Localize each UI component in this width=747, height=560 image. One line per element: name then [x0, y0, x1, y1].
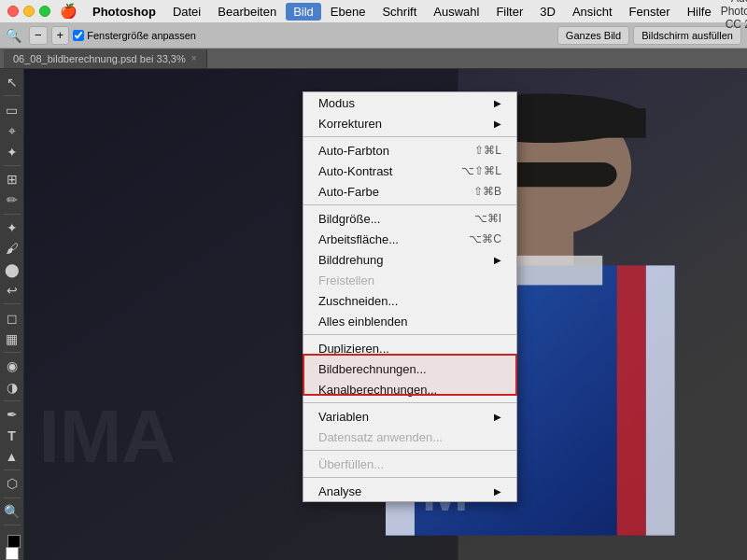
autokontrast-shortcut: ⌥⇧⌘L: [461, 164, 501, 177]
menu-item-autokontrast[interactable]: Auto-Kontrast ⌥⇧⌘L: [303, 161, 516, 181]
fit-window-checkbox[interactable]: [73, 30, 84, 41]
menu-item-bilddrehung[interactable]: Bilddrehung ▶: [303, 249, 516, 270]
menu-item-autofarbe-label: Auto-Farbe: [318, 185, 379, 199]
svg-text:IMA: IMA: [38, 395, 176, 478]
menu-item-variablen[interactable]: Variablen ▶: [303, 406, 516, 427]
bilddrehung-arrow-icon: ▶: [494, 255, 501, 265]
tool-eyedropper[interactable]: ✏: [2, 190, 22, 209]
bildgroesse-shortcut: ⌥⌘I: [474, 212, 501, 225]
menubar-3d[interactable]: 3D: [532, 3, 563, 21]
menu-item-datensatz[interactable]: Datensatz anwenden...: [303, 427, 516, 447]
tool-dodge[interactable]: ◑: [2, 378, 22, 397]
tool-crop[interactable]: ⊞: [2, 170, 22, 189]
menu-item-datensatz-label: Datensatz anwenden...: [318, 430, 443, 444]
zoom-out-button[interactable]: −: [29, 26, 48, 45]
tool-move[interactable]: ↖: [2, 73, 22, 91]
tool-text[interactable]: T: [2, 426, 22, 444]
korrekturen-arrow-icon: ▶: [494, 119, 501, 129]
document-tab[interactable]: 06_08_bildberechnung.psd bei 33,3% ×: [4, 49, 207, 68]
menubar-datei[interactable]: Datei: [165, 3, 208, 21]
menu-item-korrekturen-label: Korrekturen: [318, 117, 382, 131]
tool-divider-6: [4, 400, 21, 401]
svg-rect-9: [646, 265, 675, 535]
tool-marquee[interactable]: ▭: [2, 100, 22, 119]
menubar-fenster[interactable]: Fenster: [622, 3, 678, 21]
tool-3d[interactable]: ⬡: [2, 474, 22, 493]
separator-5: [303, 450, 516, 451]
menu-item-autofarbton[interactable]: Auto-Farbton ⇧⌘L: [303, 140, 516, 161]
apple-menu[interactable]: 🍎: [60, 3, 78, 20]
menu-item-kanalberechnungen-label: Kanalberechnungen...: [318, 383, 437, 397]
autofarbe-shortcut: ⇧⌘B: [473, 185, 501, 198]
menu-item-arbeitsflaeche[interactable]: Arbeitsfläche... ⌥⌘C: [303, 229, 516, 249]
menu-item-kanalberechnungen[interactable]: Kanalberechnungen...: [303, 379, 516, 399]
tool-divider-5: [4, 352, 21, 353]
variablen-arrow-icon: ▶: [494, 412, 501, 422]
menu-item-zuschneiden-label: Zuschneiden...: [318, 294, 398, 308]
menubar-ansicht[interactable]: Ansicht: [565, 3, 620, 21]
menubar-auswahl[interactable]: Auswahl: [426, 3, 486, 21]
menu-item-arbeitsflaeche-label: Arbeitsfläche...: [318, 232, 399, 246]
menu-item-zuschneiden[interactable]: Zuschneiden...: [303, 290, 516, 311]
menu-item-duplizieren-label: Duplizieren...: [318, 342, 389, 356]
arbeitsflaeche-shortcut: ⌥⌘C: [469, 232, 501, 245]
menu-item-modus[interactable]: Modus ▶: [303, 92, 516, 113]
foreground-color[interactable]: [7, 535, 21, 548]
tab-close-icon[interactable]: ×: [191, 53, 197, 63]
tool-blur[interactable]: ◉: [2, 357, 22, 375]
color-swatches: [6, 533, 19, 560]
minimize-button[interactable]: [23, 6, 35, 17]
app-title: Adobe Photoshop CC 2014: [721, 0, 747, 31]
zoom-in-button[interactable]: +: [51, 26, 70, 45]
separator-6: [303, 477, 516, 478]
svg-rect-10: [617, 265, 646, 535]
toolbar: 🔍 − + Fenstergröße anpassen Ganzes Bild …: [0, 22, 747, 49]
background-color[interactable]: [6, 547, 19, 560]
tool-gradient[interactable]: ▦: [2, 329, 22, 348]
menu-item-autofarbe[interactable]: Auto-Farbe ⇧⌘B: [303, 181, 516, 202]
tool-divider-7: [4, 469, 21, 470]
tool-shape[interactable]: ▲: [2, 447, 22, 466]
menu-item-variablen-label: Variablen: [318, 410, 369, 424]
tool-wand[interactable]: ✦: [2, 142, 22, 161]
menu-item-freistellen-label: Freistellen: [318, 273, 374, 287]
tool-divider-2: [4, 165, 21, 166]
close-button[interactable]: [7, 6, 19, 17]
menubar-ebene[interactable]: Ebene: [323, 3, 374, 21]
separator-4: [303, 402, 516, 403]
menu-item-bildgroesse[interactable]: Bildgröße... ⌥⌘I: [303, 208, 516, 229]
menubar-bild[interactable]: Bild: [286, 3, 321, 21]
separator-1: [303, 136, 516, 137]
tool-pen[interactable]: ✒: [2, 405, 22, 424]
traffic-lights: [7, 6, 50, 17]
menu-item-ueberfuellen[interactable]: Überfüllen...: [303, 454, 516, 474]
menu-item-autokontrast-label: Auto-Kontrast: [318, 164, 393, 178]
menu-item-alleseinblenden[interactable]: Alles einblenden: [303, 311, 516, 331]
tool-stamp[interactable]: ⬤: [2, 259, 22, 278]
fit-window-label: Fenstergröße anpassen: [87, 30, 196, 41]
tool-eraser[interactable]: ◻: [2, 308, 22, 327]
maximize-button[interactable]: [39, 6, 50, 17]
whole-image-button[interactable]: Ganzes Bild: [557, 26, 629, 45]
fit-window-check[interactable]: Fenstergröße anpassen: [73, 30, 196, 41]
menu-item-analyse[interactable]: Analyse ▶: [303, 481, 516, 501]
menubar-hilfe[interactable]: Hilfe: [680, 3, 719, 21]
menubar-photoshop[interactable]: Photoshop: [85, 3, 163, 21]
tool-zoom[interactable]: 🔍: [2, 502, 22, 521]
menu-item-duplizieren[interactable]: Duplizieren...: [303, 338, 516, 358]
menubar-schrift[interactable]: Schrift: [374, 3, 424, 21]
canvas-area: M IMA Modus ▶ Korrekturen ▶: [24, 69, 747, 560]
bild-dropdown-menu: Modus ▶ Korrekturen ▶ Auto-Farbton ⇧⌘L A…: [303, 91, 517, 502]
menu-item-bildberechnungen[interactable]: Bildberechnungen...: [303, 358, 516, 379]
separator-3: [303, 334, 516, 335]
tool-divider-4: [4, 303, 21, 304]
menu-item-freistellen[interactable]: Freistellen: [303, 270, 516, 290]
tool-lasso[interactable]: ⌖: [2, 121, 22, 140]
modus-arrow-icon: ▶: [494, 98, 501, 108]
tool-history-brush[interactable]: ↩: [2, 281, 22, 300]
tool-brush[interactable]: 🖌: [2, 239, 22, 258]
menubar-filter[interactable]: Filter: [488, 3, 530, 21]
menubar-bearbeiten[interactable]: Bearbeiten: [210, 3, 284, 21]
menu-item-korrekturen[interactable]: Korrekturen ▶: [303, 113, 516, 133]
tool-heal[interactable]: ✦: [2, 218, 22, 237]
